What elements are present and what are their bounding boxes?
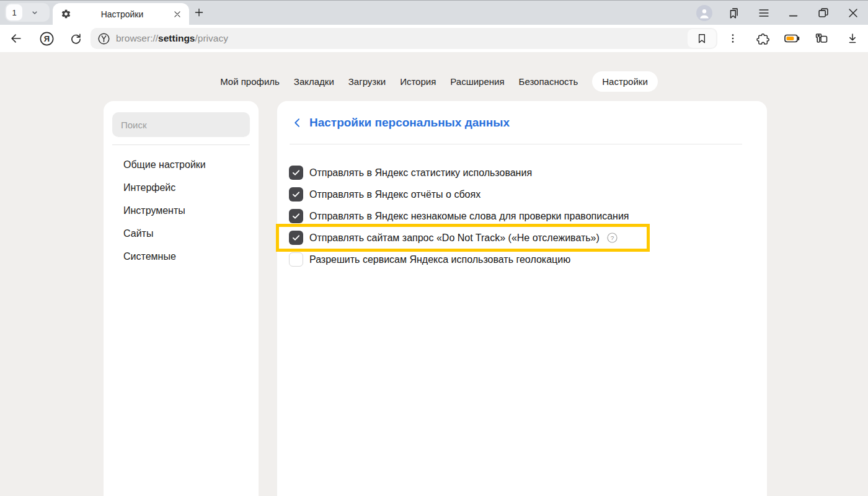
option-label: Отправлять в Яндекс незнакомые слова для… (309, 211, 629, 222)
nav-tab-downloads[interactable]: Загрузки (348, 71, 386, 92)
passwords-icon[interactable] (808, 25, 835, 52)
profile-avatar[interactable] (689, 5, 719, 21)
nav-tab-security[interactable]: Безопасность (519, 71, 578, 92)
address-bar[interactable]: browser://settings/privacy (91, 28, 717, 49)
restore-icon[interactable] (808, 6, 838, 20)
settings-sidebar: Общие настройки Интерфейс Инструменты Са… (104, 101, 259, 496)
search-input[interactable] (112, 120, 250, 130)
minimize-icon[interactable] (779, 6, 808, 20)
chevron-down-icon[interactable] (30, 7, 40, 17)
settings-page: Мой профиль Закладки Загрузки История Ра… (0, 52, 868, 496)
settings-nav: Мой профиль Закладки Загрузки История Ра… (5, 71, 868, 92)
option-label: Отправлять сайтам запрос «Do Not Track» … (309, 232, 600, 244)
option-label: Разрешить сервисам Яндекса использовать … (309, 254, 570, 265)
checkbox-crash-reports[interactable] (289, 187, 303, 202)
gear-icon (61, 9, 71, 19)
header-divider (290, 144, 742, 144)
checkbox-usage-statistics[interactable] (289, 166, 303, 180)
battery-icon[interactable] (778, 25, 805, 52)
sidebar-item-system[interactable]: Системные (104, 245, 259, 268)
sidebar-item-tools[interactable]: Инструменты (104, 199, 259, 222)
nav-tab-extensions[interactable]: Расширения (450, 71, 504, 92)
window-close-icon[interactable] (838, 6, 868, 20)
back-chevron-icon[interactable] (288, 113, 307, 132)
site-icon (97, 32, 110, 45)
sidebar-item-interface[interactable]: Интерфейс (104, 176, 259, 199)
sidebar-item-sites[interactable]: Сайты (104, 222, 259, 245)
tab-title: Настройки (71, 9, 173, 19)
yandex-logo-icon[interactable]: Я (33, 25, 60, 52)
checkbox-do-not-track[interactable] (289, 231, 303, 245)
page-title: Настройки персональных данных (309, 116, 510, 130)
settings-panel: Настройки персональных данных Отправлять… (277, 101, 767, 496)
search-box[interactable] (112, 112, 250, 137)
sidebar-item-general[interactable]: Общие настройки (104, 153, 259, 176)
new-tab-button[interactable] (193, 7, 205, 18)
back-icon[interactable] (2, 25, 30, 52)
titlebar: 1 Настройки (0, 0, 868, 25)
download-icon[interactable] (839, 25, 866, 52)
url-text[interactable]: browser://settings/privacy (116, 33, 688, 44)
avatar-icon (696, 5, 712, 21)
toolbar: Я browser://settings/privacy (0, 25, 868, 52)
option-label: Отправлять в Яндекс статистику использов… (309, 167, 532, 179)
option-label: Отправлять в Яндекс отчёты о сбоях (309, 189, 480, 200)
svg-text:Я: Я (43, 33, 49, 43)
tab-group-button[interactable]: 1 (5, 3, 50, 22)
reload-icon[interactable] (62, 25, 89, 52)
checkbox-spellcheck-words[interactable] (289, 209, 303, 223)
tab-group-count[interactable]: 1 (6, 4, 22, 20)
collections-icon[interactable] (719, 6, 749, 20)
nav-tab-profile[interactable]: Мой профиль (220, 71, 280, 92)
bookmark-icon (696, 32, 708, 45)
nav-tab-bookmarks[interactable]: Закладки (294, 71, 334, 92)
help-icon[interactable]: ? (606, 232, 618, 244)
extensions-icon[interactable] (749, 25, 776, 52)
checkbox-geolocation[interactable] (289, 252, 303, 267)
nav-tab-history[interactable]: История (400, 71, 436, 92)
browser-tab[interactable]: Настройки (53, 3, 189, 25)
more-options-icon[interactable] (719, 25, 746, 52)
tab-close-icon[interactable] (173, 10, 182, 19)
svg-text:?: ? (611, 234, 614, 241)
menu-icon[interactable] (749, 6, 779, 20)
nav-tab-settings[interactable]: Настройки (592, 71, 658, 92)
bookmark-button[interactable] (688, 29, 716, 48)
